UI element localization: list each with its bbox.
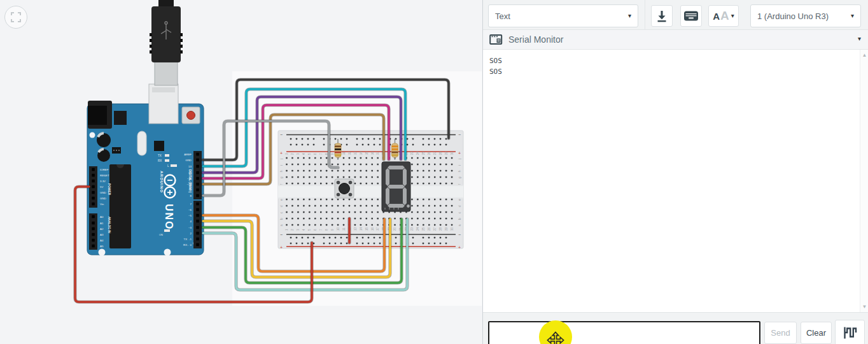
scroll-up-icon[interactable]: ▲ (860, 52, 868, 58)
serial-input[interactable] (488, 321, 760, 344)
svg-text:TX→1: TX→1 (184, 238, 192, 241)
svg-text:29: 29 (445, 151, 448, 155)
svg-text:TX: TX (158, 154, 162, 157)
svg-text:+: + (280, 151, 283, 155)
svg-text:+: + (458, 245, 461, 250)
svg-text:A5: A5 (100, 245, 104, 248)
seven-segment-display[interactable] (382, 162, 410, 211)
svg-text:28: 28 (439, 227, 442, 231)
svg-text:13: 13 (354, 227, 357, 231)
serial-line: SOS (489, 55, 502, 66)
svg-text:28: 28 (439, 151, 442, 155)
svg-text:RX←0: RX←0 (183, 243, 192, 247)
archive-icon (683, 10, 699, 22)
chevron-down-icon[interactable]: ▾ (858, 36, 861, 42)
svg-text:10: 10 (337, 227, 340, 231)
svg-text:i: i (458, 165, 461, 166)
svg-text:−: − (280, 133, 283, 137)
usb-cable[interactable] (149, 0, 183, 124)
send-button[interactable]: Send (764, 322, 797, 344)
svg-text:RX: RX (158, 159, 162, 162)
circuit-canvas[interactable]: 1122334455667788991010111112121313141415… (0, 0, 482, 344)
svg-text:~6: ~6 (188, 208, 192, 211)
svg-text:e: e (280, 199, 283, 201)
reset-button[interactable] (182, 107, 200, 124)
font-size-button[interactable]: AA ▾ (708, 5, 739, 27)
download-icon (655, 9, 669, 23)
svg-text:e: e (458, 199, 461, 201)
svg-text:A3: A3 (100, 233, 104, 236)
svg-text:30: 30 (451, 227, 454, 231)
serial-footer: Send Clear (483, 312, 868, 344)
svg-text:b: b (280, 218, 283, 220)
svg-text:b: b (458, 218, 461, 220)
barrel-jack (88, 101, 112, 129)
code-panel: Text ▾ AA ▾ 1 (Arduino Uno R3) ▾ (482, 0, 868, 344)
svg-text:−: − (458, 133, 461, 137)
svg-text:A1: A1 (100, 222, 104, 225)
svg-text:IOREF: IOREF (100, 168, 109, 171)
icsp-header (154, 141, 164, 151)
svg-text:3.3V: 3.3V (100, 180, 106, 183)
fullscreen-button[interactable] (4, 6, 27, 29)
font-size-icon: A (713, 11, 720, 22)
mounting-hole (164, 249, 171, 256)
serial-output[interactable]: SOSSOS ▲ ▼ (483, 50, 868, 312)
serial-monitor-header[interactable]: Serial Monitor ▾ (483, 30, 868, 50)
toolbar-divider (645, 0, 645, 30)
svg-text:5V: 5V (100, 185, 103, 189)
clear-button[interactable]: Clear (801, 322, 832, 344)
svg-text:23: 23 (410, 151, 414, 155)
svg-text:A2: A2 (100, 227, 104, 231)
svg-text:ARDUINO: ARDUINO (160, 171, 164, 193)
edit-mode-select[interactable]: Text ▾ (488, 4, 638, 27)
svg-text:AREF: AREF (184, 153, 192, 156)
chevron-down-icon: ▾ (851, 13, 854, 19)
svg-text:24: 24 (416, 227, 419, 231)
digital-label: DIGITAL (PWM~) (188, 169, 192, 193)
digital-header-top[interactable] (193, 151, 202, 199)
oscillator (137, 131, 146, 155)
svg-text:A4: A4 (100, 239, 104, 242)
svg-text:Vin: Vin (100, 203, 104, 206)
svg-text:17: 17 (377, 151, 380, 155)
waveform-icon (842, 325, 858, 341)
svg-text:+: + (458, 151, 461, 155)
chevron-down-icon: ▾ (628, 13, 631, 19)
libraries-button[interactable] (680, 5, 702, 27)
atmega-chip (109, 164, 131, 248)
svg-text:g: g (280, 176, 283, 178)
scroll-down-icon[interactable]: ▼ (860, 304, 868, 310)
breadboard[interactable]: 1122334455667788991010111112121313141415… (278, 131, 463, 250)
download-code-button[interactable] (651, 5, 673, 27)
svg-text:g: g (458, 176, 461, 178)
small-chip (112, 147, 121, 154)
svg-text:17: 17 (377, 227, 380, 231)
chevron-down-icon: ▾ (731, 13, 734, 19)
svg-text:GND: GND (100, 197, 106, 200)
mounting-hole (90, 133, 95, 138)
analog-header[interactable] (89, 213, 97, 250)
digital-header-bottom[interactable] (193, 201, 202, 248)
code-toolbar: Text ▾ AA ▾ 1 (Arduino Uno R3) ▾ (483, 0, 868, 30)
analog-label: ANALOG IN (108, 217, 111, 233)
svg-text:16: 16 (371, 151, 374, 155)
svg-text:+: + (280, 245, 283, 250)
board-select[interactable]: 1 (Arduino Uno R3) ▾ (750, 4, 861, 27)
graph-button[interactable] (835, 320, 865, 344)
svg-text:UNO: UNO (164, 204, 174, 231)
voltage-regulator (114, 111, 127, 125)
svg-text:15: 15 (365, 227, 368, 231)
mounting-hole (99, 249, 106, 256)
serial-scrollbar[interactable]: ▲ ▼ (860, 50, 868, 312)
svg-text:27: 27 (433, 227, 437, 231)
svg-text:11: 11 (342, 227, 346, 231)
svg-text:j: j (280, 159, 283, 160)
arduino-uno-board[interactable]: TX RX L ON ARDUINO (87, 101, 204, 256)
svg-text:−: − (280, 233, 283, 237)
svg-text:d: d (280, 205, 283, 207)
pushbutton[interactable] (335, 179, 354, 198)
svg-text:30: 30 (451, 151, 454, 155)
fullscreen-icon (11, 12, 21, 22)
serial-monitor-icon (489, 34, 503, 45)
